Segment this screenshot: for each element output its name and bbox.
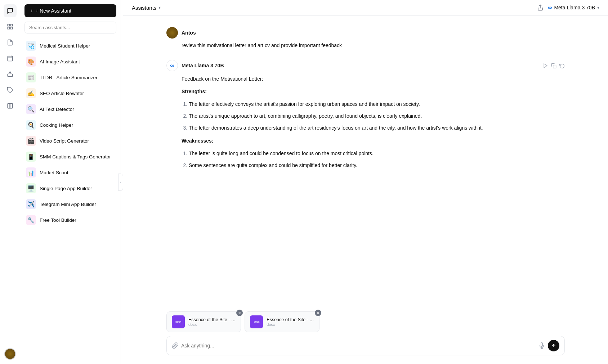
- calendar-nav-button[interactable]: [4, 52, 17, 65]
- weaknesses-label: Weaknesses:: [182, 138, 213, 144]
- docx-icon-1: DOCX: [172, 315, 185, 328]
- assistant-item-9[interactable]: 📊Market Scout: [20, 165, 121, 180]
- assistant-name-3: TLDR - Article Summarizer: [40, 75, 98, 80]
- ai-message-actions: [543, 63, 565, 68]
- meta-logo-icon: ∞: [548, 4, 552, 11]
- user-message-body: review this motivational letter and art …: [182, 41, 565, 50]
- new-assistant-label: + New Assistant: [35, 8, 71, 14]
- user-message-header: Antos: [166, 27, 565, 39]
- assistant-name-9: Market Scout: [40, 170, 68, 175]
- assistant-name-6: Cooking Helper: [40, 122, 73, 128]
- collapse-icon: ‹: [120, 180, 121, 184]
- svg-rect-3: [8, 27, 9, 29]
- meta-llama-avatar: ∞: [166, 60, 178, 71]
- top-bar-right: ∞ Meta Llama 3 70B ▾: [537, 4, 599, 11]
- search-input[interactable]: [24, 22, 116, 33]
- assistant-icon-7: 🎬: [26, 136, 36, 146]
- assistant-item-8[interactable]: 📱SMM Captions & Tags Generator: [20, 149, 121, 165]
- plus-icon: +: [30, 8, 33, 14]
- svg-rect-4: [8, 56, 13, 61]
- collapse-sidebar-handle[interactable]: ‹: [118, 174, 123, 191]
- assistant-icon-8: 📱: [26, 152, 36, 162]
- assistant-item-10[interactable]: 🖥️Single Page App Builder: [20, 180, 121, 196]
- assistant-icon-11: ✈️: [26, 199, 36, 209]
- puzzle-nav-button[interactable]: [4, 84, 17, 96]
- assistant-item-7[interactable]: 🎬Video Script Generator: [20, 133, 121, 149]
- input-area: ✕ DOCX Essence of the Site - … docx ✕ DO…: [123, 306, 608, 364]
- svg-rect-2: [10, 27, 12, 29]
- assistant-icon-12: 🔧: [26, 215, 36, 225]
- assistant-item-12[interactable]: 🔧Free Tool Builder: [20, 212, 121, 228]
- layout-nav-button[interactable]: [4, 20, 17, 33]
- ai-message-body: Feedback on the Motivational Letter: Str…: [182, 75, 565, 170]
- play-button[interactable]: [543, 63, 548, 68]
- regenerate-button[interactable]: [559, 63, 565, 68]
- assistant-icon-1: 🩺: [26, 41, 36, 51]
- assistant-icon-5: 🔍: [26, 104, 36, 114]
- attachment-info-1: Essence of the Site - … docx: [188, 317, 236, 327]
- assistant-name-7: Video Script Generator: [40, 138, 89, 144]
- assistants-label: Assistants: [132, 5, 156, 11]
- sidebar: + + New Assistant 🩺Medical Student Helpe…: [20, 0, 121, 364]
- svg-rect-19: [553, 65, 556, 68]
- chevron-down-icon: ▾: [158, 5, 161, 10]
- new-assistant-button[interactable]: + + New Assistant: [24, 4, 116, 17]
- svg-rect-1: [10, 24, 12, 26]
- model-chevron-icon: ▾: [597, 5, 599, 10]
- strength-item-1: The letter effectively conveys the artis…: [189, 100, 565, 108]
- strengths-label: Strengths:: [182, 89, 207, 94]
- microphone-button[interactable]: [538, 342, 545, 349]
- user-avatar: [166, 27, 178, 39]
- document-nav-button[interactable]: [4, 36, 17, 49]
- attachment-close-1[interactable]: ✕: [236, 310, 243, 316]
- share-button[interactable]: [537, 4, 544, 11]
- attach-file-button[interactable]: [172, 342, 178, 349]
- assistant-name-1: Medical Student Helper: [40, 43, 90, 49]
- assistant-item-1[interactable]: 🩺Medical Student Helper: [20, 38, 121, 54]
- assistant-icon-9: 📊: [26, 167, 36, 177]
- attachment-close-2[interactable]: ✕: [315, 310, 321, 316]
- user-message-text: review this motivational letter and art …: [182, 41, 565, 50]
- assistant-icon-6: 🍳: [26, 120, 36, 130]
- robot-nav-button[interactable]: [4, 68, 17, 81]
- svg-rect-0: [8, 24, 9, 26]
- top-bar: Assistants ▾ ∞ Meta Llama 3 70B ▾: [123, 0, 608, 15]
- ai-message-header: ∞ Meta Llama 3 70B: [166, 60, 565, 71]
- attachment-info-2: Essence of the Site - … docx: [267, 317, 314, 327]
- user-name: Antos: [182, 30, 196, 36]
- svg-rect-8: [8, 74, 13, 77]
- assistant-item-5[interactable]: 🔍AI Text Detector: [20, 101, 121, 117]
- columns-nav-button[interactable]: [4, 99, 17, 112]
- assistant-icon-4: ✍️: [26, 88, 36, 98]
- send-button[interactable]: [548, 340, 559, 351]
- assistant-item-2[interactable]: 🎨AI Image Assistant: [20, 54, 121, 69]
- assistant-item-4[interactable]: ✍️SEO Article Rewriter: [20, 85, 121, 101]
- weakness-item-2: Some sentences are quite complex and cou…: [189, 161, 565, 170]
- attachments-row: ✕ DOCX Essence of the Site - … docx ✕ DO…: [166, 311, 565, 332]
- ai-sender-name: Meta Llama 3 70B: [182, 63, 224, 68]
- assistant-icon-10: 🖥️: [26, 183, 36, 193]
- svg-rect-14: [8, 103, 13, 108]
- icon-bar: [0, 0, 20, 364]
- attachment-name-1: Essence of the Site - …: [188, 317, 236, 322]
- chat-nav-button[interactable]: [4, 4, 17, 17]
- svg-marker-18: [544, 63, 547, 67]
- assistant-name-8: SMM Captions & Tags Generator: [40, 154, 111, 159]
- assistant-icon-2: 🎨: [26, 57, 36, 67]
- assistant-item-6[interactable]: 🍳Cooking Helper: [20, 117, 121, 133]
- model-selector-button[interactable]: ∞ Meta Llama 3 70B ▾: [548, 4, 599, 11]
- assistant-item-11[interactable]: ✈️Telegram Mini App Builder: [20, 196, 121, 212]
- chat-input[interactable]: [181, 343, 536, 349]
- strength-item-2: The artist's unique approach to art, com…: [189, 112, 565, 120]
- assistant-list: 🩺Medical Student Helper🎨AI Image Assista…: [20, 36, 121, 364]
- assistant-item-3[interactable]: 📰TLDR - Article Summarizer: [20, 69, 121, 85]
- main-area: Assistants ▾ ∞ Meta Llama 3 70B ▾ Antos …: [123, 0, 608, 364]
- copy-button[interactable]: [551, 63, 556, 68]
- user-avatar-button[interactable]: [4, 348, 16, 360]
- assistants-dropdown[interactable]: Assistants ▾: [132, 5, 161, 11]
- svg-point-9: [9, 72, 10, 73]
- attachment-card-1: ✕ DOCX Essence of the Site - … docx: [166, 311, 241, 332]
- assistant-icon-3: 📰: [26, 72, 36, 82]
- assistant-name-4: SEO Article Rewriter: [40, 91, 84, 96]
- ai-intro: Feedback on the Motivational Letter:: [182, 75, 565, 83]
